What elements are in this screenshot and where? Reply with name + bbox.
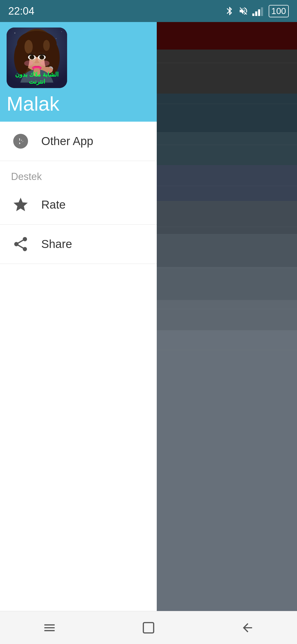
status-bar: 22:04 100 — [0, 0, 297, 22]
navigation-drawer: الشابة ملاك بدون انترنت Malak Other App … — [0, 0, 157, 644]
destek-section-label: Destek — [0, 161, 157, 185]
signal-icon — [252, 6, 265, 16]
app-title: Malak — [7, 92, 150, 115]
battery-indicator: 100 — [269, 5, 289, 17]
svg-point-14 — [43, 40, 50, 51]
other-app-icon — [11, 132, 30, 151]
drawer-dim-overlay[interactable] — [157, 0, 297, 644]
bluetooth-icon — [225, 6, 235, 16]
hamburger-icon — [40, 621, 59, 635]
arabic-subtitle: الشابة ملاك بدون انترنت — [7, 70, 67, 86]
nav-back-button[interactable] — [231, 617, 264, 639]
drawer-menu: Other App Destek Rate Share — [0, 122, 157, 644]
svg-point-20 — [42, 56, 43, 58]
svg-rect-1 — [255, 12, 257, 16]
other-app-menu-item[interactable]: Other App — [0, 122, 157, 161]
square-icon — [140, 621, 157, 635]
status-icons: 100 — [225, 5, 289, 17]
svg-rect-3 — [261, 7, 263, 16]
status-time: 22:04 — [8, 5, 34, 17]
share-icon-wrapper — [11, 234, 30, 254]
nav-home-button[interactable] — [132, 617, 165, 639]
svg-point-6 — [56, 38, 57, 39]
drawer-header: الشابة ملاك بدون انترنت Malak — [0, 22, 157, 122]
svg-rect-0 — [252, 13, 254, 16]
svg-rect-28 — [143, 623, 154, 633]
svg-point-5 — [14, 32, 15, 34]
share-label: Share — [41, 238, 72, 251]
svg-point-19 — [32, 56, 33, 58]
back-arrow-icon — [239, 621, 256, 635]
svg-point-7 — [61, 31, 62, 32]
svg-point-22 — [41, 61, 50, 66]
app-icon: الشابة ملاك بدون انترنت — [7, 28, 67, 88]
star-icon — [12, 196, 29, 213]
rate-menu-item[interactable]: Rate — [0, 185, 157, 225]
svg-point-13 — [24, 40, 33, 54]
rate-icon-wrapper — [11, 195, 30, 214]
mute-icon — [238, 6, 248, 16]
share-icon — [12, 236, 29, 253]
share-menu-item[interactable]: Share — [0, 225, 157, 264]
bottom-navigation — [0, 611, 297, 644]
rate-label: Rate — [41, 198, 66, 211]
svg-rect-2 — [258, 9, 260, 16]
download-circle-icon — [12, 133, 29, 149]
nav-menu-button[interactable] — [33, 617, 66, 639]
other-app-label: Other App — [41, 135, 93, 148]
svg-point-21 — [24, 61, 33, 66]
